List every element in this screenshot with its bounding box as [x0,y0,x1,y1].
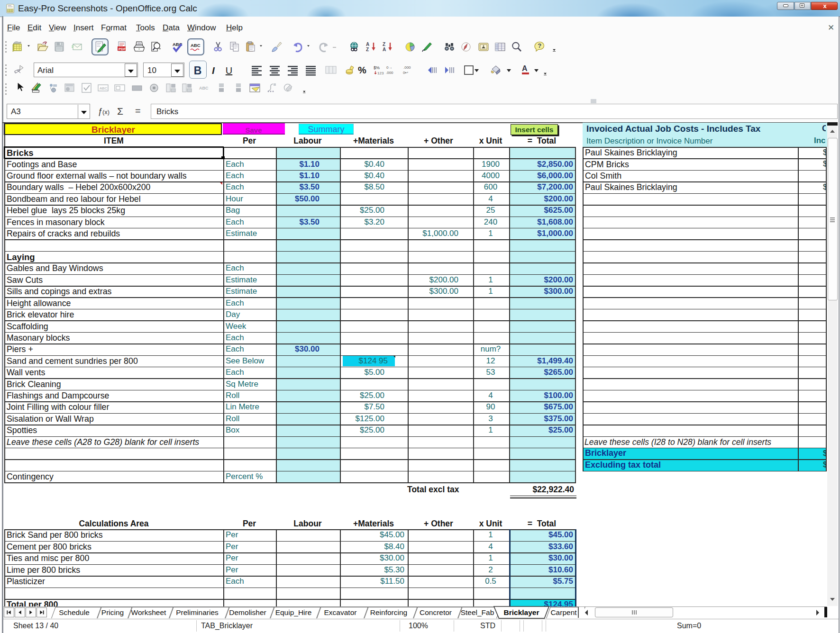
svg-text:ABC: ABC [199,86,209,90]
svg-text:Z: Z [383,42,385,47]
svg-text:ABC: ABC [100,86,108,90]
svg-text:A: A [383,47,386,52]
svg-text:A: A [366,42,369,47]
svg-text:$%: $% [374,65,380,70]
svg-text:.000: .000 [386,71,393,75]
svg-text:?: ? [538,42,541,49]
svg-text:A: A [522,64,528,72]
svg-text:0↩: 0↩ [403,71,408,75]
svg-text:Z: Z [366,47,369,52]
svg-text:PDF: PDF [119,47,126,51]
svg-text:ABC: ABC [191,43,201,48]
svg-text:0→: 0→ [386,65,392,70]
svg-text:123: 123 [377,71,384,75]
svg-text:.000: .000 [403,65,411,70]
